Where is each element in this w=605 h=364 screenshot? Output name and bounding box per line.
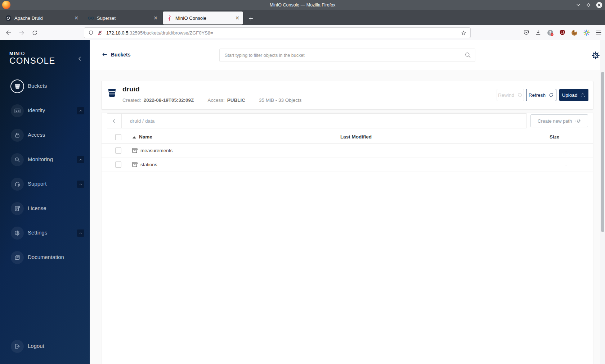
- path-bar: druid / data: [107, 113, 527, 128]
- extension-icon[interactable]: [547, 29, 554, 36]
- new-tab-button[interactable]: [246, 14, 255, 23]
- created-label: Created:: [122, 97, 141, 103]
- url-path: :32595/buckets/druid/browse/ZGF0YS8=: [128, 30, 213, 36]
- forward-icon[interactable]: [17, 28, 26, 37]
- refresh-label: Refresh: [529, 92, 546, 98]
- create-new-path-button[interactable]: Create new path: [530, 114, 588, 127]
- tab-label: Superset: [97, 15, 150, 21]
- sidebar-item-buckets[interactable]: Buckets: [0, 74, 90, 99]
- minio-favicon: [166, 15, 172, 21]
- sidebar-item-label: Settings: [28, 229, 47, 236]
- scrollbar-thumb[interactable]: [601, 72, 604, 232]
- bookmark-star-icon[interactable]: [461, 30, 467, 36]
- chevron-up-icon[interactable]: [77, 229, 84, 237]
- sidebar-item-logout[interactable]: Logout: [0, 334, 90, 359]
- tab-close-icon[interactable]: ✕: [74, 15, 79, 21]
- cookie-icon[interactable]: [571, 29, 578, 36]
- search-input[interactable]: [219, 49, 475, 62]
- upload-icon: [580, 92, 586, 98]
- logo-io: IO: [19, 51, 25, 56]
- object-size: -: [563, 148, 570, 153]
- rewind-button[interactable]: Rewind: [497, 89, 524, 101]
- menu-icon[interactable]: [595, 29, 602, 36]
- path-back-button[interactable]: [107, 114, 122, 128]
- url-host: 172.18.0.5: [106, 30, 128, 36]
- sidebar-item-label: Logout: [28, 343, 44, 349]
- chevron-up-icon[interactable]: [77, 156, 84, 163]
- tab-close-icon[interactable]: ✕: [153, 15, 158, 21]
- column-header-size[interactable]: Size: [550, 134, 559, 140]
- superset-favicon: [88, 15, 94, 21]
- monitoring-icon: [14, 156, 21, 163]
- tab-apache-druid[interactable]: Apache Druid ✕: [2, 12, 82, 24]
- download-icon[interactable]: [535, 29, 542, 36]
- sidebar-item-label: Monitoring: [28, 156, 53, 162]
- close-icon[interactable]: [596, 1, 603, 9]
- page-header: Buckets: [90, 40, 600, 70]
- sort-ascending-icon[interactable]: [133, 136, 136, 138]
- create-path-label: Create new path: [538, 118, 572, 124]
- license-icon: [14, 205, 21, 212]
- access-value: PUBLIC: [227, 97, 245, 103]
- sidebar-item-license[interactable]: License: [0, 196, 90, 221]
- table-row[interactable]: stations -: [102, 158, 593, 172]
- tab-bar: Apache Druid ✕ Superset ✕ MinIO Console …: [0, 10, 605, 25]
- theme-icon[interactable]: [583, 29, 590, 36]
- bucket-summary-card: druid Created: 2022-08-19T05:32:09Z Acce…: [101, 81, 593, 110]
- rewind-icon: [517, 92, 523, 98]
- sidebar-item-label: Buckets: [28, 83, 47, 89]
- shield-icon[interactable]: [88, 30, 94, 36]
- back-to-buckets-link[interactable]: Buckets: [102, 51, 130, 58]
- documentation-icon: [14, 254, 21, 261]
- refresh-icon: [548, 92, 554, 98]
- upload-button[interactable]: Upload: [559, 89, 588, 101]
- bucket-name: druid: [122, 85, 140, 93]
- tab-minio-console[interactable]: MinIO Console ✕: [163, 12, 243, 24]
- sidebar-item-documentation[interactable]: Documentation: [0, 245, 90, 270]
- tab-close-icon[interactable]: ✕: [235, 15, 239, 21]
- chevron-up-icon[interactable]: [77, 181, 84, 188]
- tab-superset[interactable]: Superset ✕: [84, 12, 161, 24]
- pocket-icon[interactable]: [523, 29, 530, 36]
- object-filter: [219, 49, 475, 62]
- back-icon[interactable]: [4, 28, 13, 37]
- row-checkbox[interactable]: [115, 161, 121, 168]
- table-row[interactable]: measurements -: [102, 144, 593, 158]
- sidebar-item-access[interactable]: Access: [0, 123, 90, 147]
- firefox-logo-icon: [2, 1, 10, 9]
- minimize-icon[interactable]: [575, 2, 581, 8]
- back-arrow-icon: [102, 51, 108, 58]
- bucket-icon: [14, 83, 21, 90]
- gear-icon[interactable]: [591, 51, 600, 60]
- insecure-lock-icon[interactable]: [97, 30, 103, 36]
- sidebar-item-support[interactable]: Support: [0, 172, 90, 196]
- tab-label: MinIO Console: [175, 15, 232, 21]
- object-name[interactable]: measurements: [140, 148, 172, 153]
- object-name[interactable]: stations: [140, 162, 157, 167]
- column-header-last-modified[interactable]: Last Modified: [340, 134, 372, 140]
- tab-label: Apache Druid: [14, 15, 71, 21]
- reload-icon[interactable]: [30, 28, 39, 37]
- select-all-checkbox[interactable]: [115, 134, 121, 140]
- sidebar-item-monitoring[interactable]: Monitoring: [0, 147, 90, 172]
- page-scrollbar[interactable]: [600, 40, 605, 364]
- sidebar-item-label: License: [28, 205, 46, 211]
- column-header-name[interactable]: Name: [139, 134, 152, 140]
- ublock-icon[interactable]: [559, 29, 566, 36]
- sidebar-collapse-icon[interactable]: [77, 55, 83, 62]
- maximize-icon[interactable]: [586, 2, 591, 8]
- refresh-button[interactable]: Refresh: [526, 89, 556, 101]
- row-checkbox[interactable]: [115, 147, 121, 154]
- bucket-icon: [107, 87, 117, 98]
- sidebar-item-label: Identity: [28, 107, 45, 113]
- support-icon: [14, 181, 21, 187]
- minio-sidebar: MINIO CONSOLE Buckets Identity Access Mo…: [0, 40, 90, 364]
- identity-icon: [14, 108, 21, 114]
- browser-toolbar: 172.18.0.5:32595/buckets/druid/browse/ZG…: [0, 25, 605, 40]
- url-bar[interactable]: 172.18.0.5:32595/buckets/druid/browse/ZG…: [84, 27, 471, 38]
- sidebar-item-identity[interactable]: Identity: [0, 99, 90, 123]
- chevron-up-icon[interactable]: [77, 107, 84, 114]
- access-icon: [14, 132, 21, 138]
- sidebar-item-settings[interactable]: Settings: [0, 221, 90, 245]
- sidebar-item-label: Access: [28, 132, 45, 138]
